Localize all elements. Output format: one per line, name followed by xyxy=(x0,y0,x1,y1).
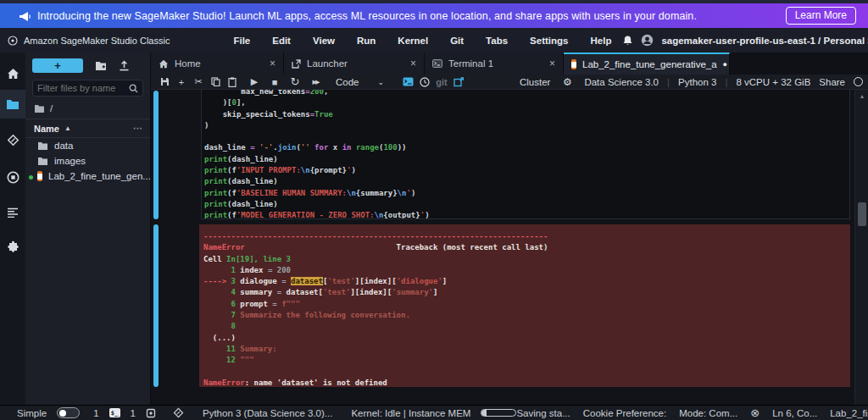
folder-icon xyxy=(34,104,45,113)
restart-kernel-icon[interactable]: ↻ xyxy=(287,75,303,89)
share-button[interactable]: Share xyxy=(819,77,845,87)
sort-asc-icon: ▲ xyxy=(64,124,71,132)
sidebar-item-extensions[interactable] xyxy=(0,232,25,261)
file-item-data[interactable]: data xyxy=(25,138,150,153)
notification-bell-icon[interactable] xyxy=(622,35,633,47)
restart-run-all-icon[interactable]: ▸▸ xyxy=(307,75,324,89)
new-folder-icon[interactable] xyxy=(95,61,107,71)
tab-close-icon[interactable]: × xyxy=(549,58,555,69)
chevron-down-icon: ⌄ xyxy=(378,78,385,86)
menu-view[interactable]: View xyxy=(302,36,346,46)
filter-files-input[interactable] xyxy=(37,83,129,93)
sagemaker-logo-icon xyxy=(8,36,18,46)
code-line: skip_special_tokens=True xyxy=(204,109,849,120)
new-launcher-button[interactable]: + xyxy=(32,58,83,73)
sidebar-item-running-terminals[interactable] xyxy=(0,163,25,191)
error-output-cell: ----------------------------------------… xyxy=(199,224,850,387)
code-line: print(f'MODEL GENERATION - ZERO SHOT:\n{… xyxy=(204,210,849,219)
user-avatar-icon[interactable] xyxy=(641,34,654,47)
menu-run[interactable]: Run xyxy=(346,36,387,46)
tab-notebook-active[interactable]: Lab_2_fine_tune_generative_a ● xyxy=(564,52,730,75)
traceback-line: 12 """ xyxy=(203,355,850,366)
user-profile-label[interactable]: sagemaker-user-profile-us-east-1 / Perso… xyxy=(661,36,868,46)
kernel-label[interactable]: Python 3 xyxy=(678,77,716,87)
notebook-toolbar: + ✂ ▶ ■ ↻ ▸▸ Code ⌄ xyxy=(151,75,868,90)
breadcrumb[interactable]: / xyxy=(25,97,150,119)
cut-cell-icon[interactable]: ✂ xyxy=(190,75,207,89)
terminal-status-icon[interactable]: $_ xyxy=(109,408,120,417)
menu-git[interactable]: Git xyxy=(439,36,475,46)
notebook-scroll-area[interactable]: max_new_tokens=200, )[0], skip_special_t… xyxy=(151,90,868,405)
scroll-up-icon[interactable]: ▲ xyxy=(855,93,868,99)
code-line: print(dash_line) xyxy=(204,154,849,165)
insert-cell-icon[interactable]: + xyxy=(173,75,190,89)
notebook-scrollbar[interactable]: ▲ xyxy=(854,90,868,405)
kernel-state-status[interactable]: Kernel: Idle | Instance MEM xyxy=(351,408,470,418)
code-cell-editor[interactable]: max_new_tokens=200, )[0], skip_special_t… xyxy=(201,90,850,219)
git-status-icon[interactable] xyxy=(173,407,184,418)
learn-more-button[interactable]: Learn More xyxy=(786,7,856,25)
cookie-preference-link[interactable]: Cookie Preference: xyxy=(583,408,666,418)
scrollbar-thumb[interactable] xyxy=(858,202,866,226)
menu-kernel[interactable]: Kernel xyxy=(387,36,439,46)
file-item-images[interactable]: images xyxy=(25,153,150,169)
menu-edit[interactable]: Edit xyxy=(261,36,302,46)
sidebar-item-table-of-contents[interactable] xyxy=(0,198,25,227)
menu-help[interactable]: Help xyxy=(579,36,622,46)
sidebar-item-home[interactable] xyxy=(0,59,25,88)
unsaved-changes-dot[interactable]: ● xyxy=(723,60,727,69)
divider: | xyxy=(667,77,670,87)
menu-file[interactable]: File xyxy=(222,36,261,46)
cluster-button[interactable]: Cluster xyxy=(520,77,550,87)
running-kernel-dot xyxy=(29,175,33,180)
cursor-position-status[interactable]: Ln 6, Co... xyxy=(772,408,817,418)
kernel-chip-icon[interactable] xyxy=(146,408,156,418)
code-line: print(dash_line) xyxy=(204,199,849,210)
mode-status[interactable]: Mode: Com... xyxy=(679,408,737,418)
checkpoint-diff-icon[interactable] xyxy=(450,75,467,89)
menu-settings[interactable]: Settings xyxy=(519,36,579,46)
copy-cell-icon[interactable] xyxy=(207,75,224,89)
sidebar-item-git[interactable] xyxy=(0,125,25,154)
traceback-line: (...) xyxy=(203,333,850,344)
sidebar-item-file-browser[interactable] xyxy=(0,90,25,119)
file-item-notebook[interactable]: Lab_2_fine_tune_gen... xyxy=(25,169,150,184)
menu-tabs[interactable]: Tabs xyxy=(475,36,519,46)
simple-mode-toggle[interactable] xyxy=(57,407,80,418)
traceback-line: 7 Summarize the following conversation. xyxy=(203,310,850,321)
run-cell-icon[interactable]: ▶ xyxy=(246,75,263,89)
file-list-header[interactable]: Name ▲ ⋯ xyxy=(25,119,150,138)
launcher-icon xyxy=(292,59,301,69)
history-clock-icon[interactable] xyxy=(416,75,433,89)
traceback-line xyxy=(203,367,850,378)
tab-close-icon[interactable]: × xyxy=(270,58,275,69)
code-line: max_new_tokens=200, xyxy=(204,90,849,97)
paste-cell-icon[interactable] xyxy=(224,75,241,89)
folder-icon xyxy=(37,141,48,151)
output-collapser[interactable] xyxy=(153,224,159,387)
tab-home[interactable]: Home × xyxy=(151,52,284,75)
kernel-status-icon[interactable] xyxy=(854,77,863,86)
simple-mode-label: Simple xyxy=(17,408,47,418)
column-options-icon[interactable]: ⋯ xyxy=(133,123,143,134)
upload-icon[interactable] xyxy=(119,60,130,71)
terminal-count: 1 xyxy=(93,408,98,418)
tab-launcher[interactable]: Launcher × xyxy=(284,52,425,75)
search-icon xyxy=(129,84,138,93)
input-collapser[interactable] xyxy=(153,91,159,219)
kernel-name-status[interactable]: Python 3 (Data Science 3.0)... xyxy=(203,408,332,418)
tab-close-icon[interactable]: × xyxy=(410,58,416,69)
tab-terminal-1[interactable]: Terminal 1 × xyxy=(425,52,564,75)
circle-x-icon[interactable]: ⊗ xyxy=(750,406,760,419)
image-label[interactable]: Data Science 3.0 xyxy=(584,77,659,87)
cell-type-select[interactable]: Code ⌄ xyxy=(336,77,384,87)
gear-icon[interactable]: ⚙ xyxy=(559,75,576,89)
stop-kernel-icon[interactable]: ■ xyxy=(266,75,283,89)
git-toolbar-label: git xyxy=(433,75,450,89)
instance-label[interactable]: 8 vCPU + 32 GiB xyxy=(736,77,810,87)
save-icon[interactable] xyxy=(156,75,173,89)
active-file-status[interactable]: Lab_2_fine_tune_generative_ai_model... xyxy=(830,408,868,418)
terminal-toolbar-icon[interactable] xyxy=(399,75,416,89)
sagemaker-studio-window: Introducing the new SageMaker Studio! La… xyxy=(0,0,868,420)
traceback-line: ----------------------------------------… xyxy=(203,231,850,242)
